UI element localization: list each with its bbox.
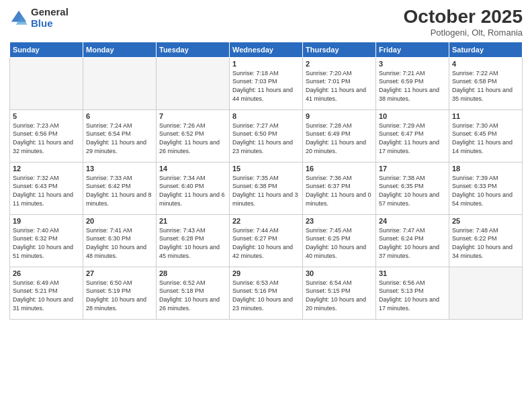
logo-general: General [31, 7, 69, 18]
day-number: 19 [13, 217, 80, 225]
header-wednesday: Wednesday [230, 42, 303, 57]
calendar-day: 13Sunrise: 7:33 AMSunset: 6:42 PMDayligh… [83, 162, 157, 214]
day-number: 2 [306, 60, 373, 68]
day-number: 24 [379, 217, 446, 225]
day-number: 8 [232, 112, 300, 120]
day-number: 11 [452, 112, 519, 120]
calendar-day: 5Sunrise: 7:23 AMSunset: 6:56 PMDaylight… [10, 109, 83, 162]
logo-text: General Blue [31, 7, 69, 29]
day-info: Sunrise: 7:43 AMSunset: 6:28 PMDaylight:… [159, 226, 226, 260]
calendar-day: 25Sunrise: 7:48 AMSunset: 6:22 PMDayligh… [449, 214, 523, 267]
day-number: 31 [379, 269, 446, 277]
day-info: Sunrise: 7:33 AMSunset: 6:42 PMDaylight:… [86, 174, 153, 208]
day-info: Sunrise: 7:35 AMSunset: 6:38 PMDaylight:… [232, 174, 300, 208]
day-info: Sunrise: 7:29 AMSunset: 6:47 PMDaylight:… [379, 122, 446, 155]
day-number: 12 [13, 165, 80, 173]
day-info: Sunrise: 7:24 AMSunset: 6:54 PMDaylight:… [86, 122, 153, 155]
day-number: 4 [452, 60, 519, 68]
day-info: Sunrise: 7:47 AMSunset: 6:24 PMDaylight:… [379, 226, 446, 260]
calendar-container: General Blue October 2025 Potlogeni, Olt… [0, 0, 532, 411]
day-info: Sunrise: 7:48 AMSunset: 6:22 PMDaylight:… [452, 226, 519, 260]
calendar-day [83, 57, 157, 109]
day-number: 1 [232, 60, 300, 68]
calendar-day: 17Sunrise: 7:38 AMSunset: 6:35 PMDayligh… [376, 162, 449, 214]
calendar-day: 22Sunrise: 7:44 AMSunset: 6:27 PMDayligh… [230, 214, 303, 267]
calendar-day: 14Sunrise: 7:34 AMSunset: 6:40 PMDayligh… [157, 162, 230, 214]
day-info: Sunrise: 7:45 AMSunset: 6:25 PMDaylight:… [306, 226, 373, 260]
calendar-day: 28Sunrise: 6:52 AMSunset: 5:18 PMDayligh… [157, 267, 230, 319]
day-info: Sunrise: 7:36 AMSunset: 6:37 PMDaylight:… [306, 174, 373, 208]
day-info: Sunrise: 7:38 AMSunset: 6:35 PMDaylight:… [379, 174, 446, 208]
day-info: Sunrise: 6:56 AMSunset: 5:13 PMDaylight:… [379, 279, 446, 312]
day-info: Sunrise: 7:39 AMSunset: 6:33 PMDaylight:… [452, 174, 519, 208]
day-info: Sunrise: 7:21 AMSunset: 6:59 PMDaylight:… [379, 69, 446, 103]
day-number: 14 [159, 165, 226, 173]
day-number: 13 [86, 165, 153, 173]
calendar-day: 11Sunrise: 7:30 AMSunset: 6:45 PMDayligh… [449, 109, 523, 162]
calendar-table: Sunday Monday Tuesday Wednesday Thursday… [9, 42, 523, 320]
calendar-day [449, 267, 523, 319]
day-number: 28 [159, 269, 226, 277]
day-number: 15 [232, 165, 300, 173]
calendar-day: 18Sunrise: 7:39 AMSunset: 6:33 PMDayligh… [449, 162, 523, 214]
day-info: Sunrise: 6:54 AMSunset: 5:15 PMDaylight:… [306, 279, 373, 312]
calendar-day: 7Sunrise: 7:26 AMSunset: 6:52 PMDaylight… [157, 109, 230, 162]
day-info: Sunrise: 7:22 AMSunset: 6:58 PMDaylight:… [452, 69, 519, 103]
day-info: Sunrise: 7:23 AMSunset: 6:56 PMDaylight:… [13, 122, 80, 155]
day-info: Sunrise: 6:52 AMSunset: 5:18 PMDaylight:… [159, 279, 226, 312]
day-number: 22 [232, 217, 300, 225]
day-info: Sunrise: 7:44 AMSunset: 6:27 PMDaylight:… [232, 226, 300, 260]
day-info: Sunrise: 6:49 AMSunset: 5:21 PMDaylight:… [13, 279, 80, 312]
calendar-day: 31Sunrise: 6:56 AMSunset: 5:13 PMDayligh… [376, 267, 449, 319]
header-sunday: Sunday [10, 42, 83, 57]
day-info: Sunrise: 7:28 AMSunset: 6:49 PMDaylight:… [306, 122, 373, 155]
location: Potlogeni, Olt, Romania [404, 28, 523, 38]
calendar-day: 4Sunrise: 7:22 AMSunset: 6:58 PMDaylight… [449, 57, 523, 109]
calendar-day [10, 57, 83, 109]
day-number: 25 [452, 217, 519, 225]
day-number: 7 [159, 112, 226, 120]
day-info: Sunrise: 7:27 AMSunset: 6:50 PMDaylight:… [232, 122, 300, 155]
calendar-day: 16Sunrise: 7:36 AMSunset: 6:37 PMDayligh… [303, 162, 376, 214]
calendar-day: 6Sunrise: 7:24 AMSunset: 6:54 PMDaylight… [83, 109, 157, 162]
logo-icon [9, 9, 28, 28]
calendar-day: 27Sunrise: 6:50 AMSunset: 5:19 PMDayligh… [83, 267, 157, 319]
calendar-week-row: 5Sunrise: 7:23 AMSunset: 6:56 PMDaylight… [10, 109, 523, 162]
title-block: October 2025 Potlogeni, Olt, Romania [404, 7, 523, 38]
day-info: Sunrise: 7:26 AMSunset: 6:52 PMDaylight:… [159, 122, 226, 155]
calendar-day: 10Sunrise: 7:29 AMSunset: 6:47 PMDayligh… [376, 109, 449, 162]
calendar-day: 21Sunrise: 7:43 AMSunset: 6:28 PMDayligh… [157, 214, 230, 267]
day-number: 10 [379, 112, 446, 120]
calendar-day: 24Sunrise: 7:47 AMSunset: 6:24 PMDayligh… [376, 214, 449, 267]
header-tuesday: Tuesday [157, 42, 230, 57]
header-friday: Friday [376, 42, 449, 57]
day-number: 30 [306, 269, 373, 277]
calendar-week-row: 26Sunrise: 6:49 AMSunset: 5:21 PMDayligh… [10, 267, 523, 319]
calendar-day: 19Sunrise: 7:40 AMSunset: 6:32 PMDayligh… [10, 214, 83, 267]
day-number: 18 [452, 165, 519, 173]
calendar-day [157, 57, 230, 109]
month-title: October 2025 [404, 7, 523, 28]
calendar-day: 9Sunrise: 7:28 AMSunset: 6:49 PMDaylight… [303, 109, 376, 162]
day-info: Sunrise: 7:30 AMSunset: 6:45 PMDaylight:… [452, 122, 519, 155]
header-thursday: Thursday [303, 42, 376, 57]
day-header-row: Sunday Monday Tuesday Wednesday Thursday… [10, 42, 523, 57]
calendar-week-row: 12Sunrise: 7:32 AMSunset: 6:43 PMDayligh… [10, 162, 523, 214]
calendar-day: 3Sunrise: 7:21 AMSunset: 6:59 PMDaylight… [376, 57, 449, 109]
day-number: 27 [86, 269, 153, 277]
header: General Blue October 2025 Potlogeni, Olt… [9, 7, 523, 38]
day-number: 6 [86, 112, 153, 120]
calendar-day: 20Sunrise: 7:41 AMSunset: 6:30 PMDayligh… [83, 214, 157, 267]
calendar-day: 2Sunrise: 7:20 AMSunset: 7:01 PMDaylight… [303, 57, 376, 109]
calendar-day: 15Sunrise: 7:35 AMSunset: 6:38 PMDayligh… [230, 162, 303, 214]
day-number: 16 [306, 165, 373, 173]
calendar-week-row: 19Sunrise: 7:40 AMSunset: 6:32 PMDayligh… [10, 214, 523, 267]
calendar-day: 12Sunrise: 7:32 AMSunset: 6:43 PMDayligh… [10, 162, 83, 214]
day-number: 20 [86, 217, 153, 225]
header-saturday: Saturday [449, 42, 523, 57]
day-info: Sunrise: 7:40 AMSunset: 6:32 PMDaylight:… [13, 226, 80, 260]
logo: General Blue [9, 7, 69, 29]
day-number: 3 [379, 60, 446, 68]
day-number: 21 [159, 217, 226, 225]
header-monday: Monday [83, 42, 157, 57]
